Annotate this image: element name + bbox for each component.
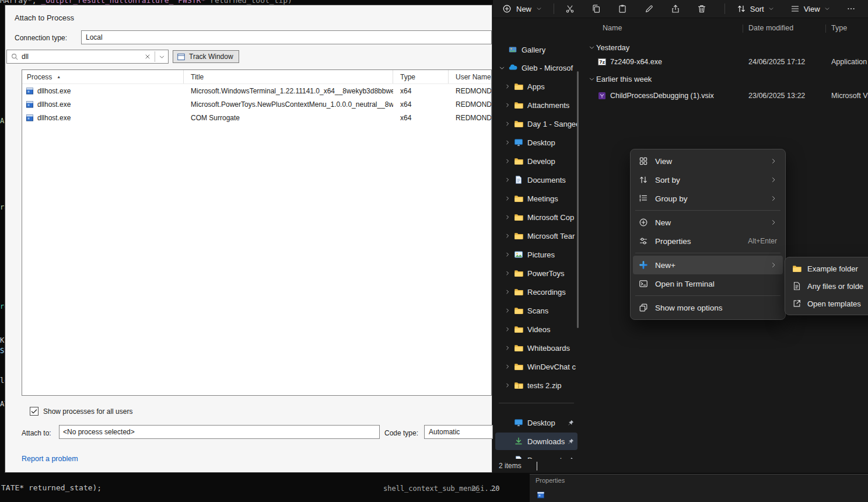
submenu-item-any-files-or-folders[interactable]: Any files or folde xyxy=(788,277,868,295)
sidebar-item-pictures[interactable]: Pictures xyxy=(495,246,578,263)
chevron-right-icon[interactable] xyxy=(501,158,514,164)
plus-circle-icon xyxy=(639,218,648,227)
sidebar-item-day-1-sangee[interactable]: Day 1 - Sangee xyxy=(495,115,578,133)
sidebar-item-scans[interactable]: Scans xyxy=(495,302,578,319)
context-menu-item-open-in-terminal[interactable]: Open in Terminal xyxy=(633,274,783,293)
sidebar-item-tests-2-zip[interactable]: tests 2.zip xyxy=(495,376,578,394)
column-header-name[interactable]: Name xyxy=(603,24,622,32)
process-row[interactable]: dllhost.exe COM Surrogate x64 REDMOND xyxy=(22,111,491,124)
attach-to-field[interactable] xyxy=(59,425,380,439)
sidebar-item-microsoft-cop[interactable]: Microsoft Cop xyxy=(495,208,578,226)
cut-button[interactable] xyxy=(560,1,579,16)
sidebar-item-gallery[interactable]: Gallery xyxy=(495,41,578,58)
scissors-icon xyxy=(565,4,575,13)
sidebar-item-label: WinDevChat c xyxy=(527,362,576,371)
copy-button[interactable] xyxy=(586,1,606,16)
chevron-down-icon[interactable] xyxy=(587,76,596,82)
chevron-right-icon[interactable] xyxy=(501,140,514,145)
column-header-process[interactable]: Process▲ xyxy=(22,70,184,83)
chevron-down-icon[interactable] xyxy=(587,44,596,51)
sidebar-item-microsoft-tear[interactable]: Microsoft Tear xyxy=(495,227,578,245)
column-header-user-name[interactable]: User Name xyxy=(449,70,491,83)
paste-button[interactable] xyxy=(613,1,632,16)
chevron-right-icon[interactable] xyxy=(501,177,514,183)
sidebar-pinned-desktop[interactable]: Desktop xyxy=(495,414,578,431)
filter-dropdown-button[interactable] xyxy=(155,50,168,63)
sort-button[interactable]: Sort xyxy=(731,1,780,16)
context-menu-item-new[interactable]: New xyxy=(633,213,783,232)
chevron-right-icon[interactable] xyxy=(501,233,514,239)
submenu-item-example-folder[interactable]: Example folder xyxy=(788,260,868,277)
chevron-right-icon[interactable] xyxy=(501,102,514,108)
group-header-earlier-this-week[interactable]: Earlier this week xyxy=(582,72,868,85)
context-menu-item-group-by[interactable]: Group by xyxy=(633,189,783,208)
sidebar-item-videos[interactable]: Videos xyxy=(495,320,578,338)
connection-type-select[interactable]: Local xyxy=(81,30,492,44)
sidebar-item-label: Attachments xyxy=(527,101,569,110)
sidebar-item-recordings[interactable]: Recordings xyxy=(495,283,578,301)
sidebar-item-meetings[interactable]: Meetings xyxy=(495,190,578,207)
overlapping-windows-icon xyxy=(639,303,648,312)
sidebar-item-develop[interactable]: Develop xyxy=(495,152,578,170)
context-menu-item-new-plus[interactable]: New+ xyxy=(633,256,783,274)
show-all-users-checkbox[interactable] xyxy=(30,407,38,416)
sidebar-item-windevchat[interactable]: WinDevChat c xyxy=(495,358,578,375)
process-filter-input[interactable] xyxy=(22,53,141,61)
connection-type-label: Connection type: xyxy=(15,34,67,42)
column-header-type[interactable]: Type xyxy=(831,24,847,32)
sort-button-label: Sort xyxy=(750,5,764,13)
file-row-childprocessdebugging[interactable]: ChildProcessDebugging (1).vsix 23/06/202… xyxy=(584,88,868,104)
clear-filter-button[interactable] xyxy=(141,50,155,63)
menu-divider xyxy=(635,210,780,211)
sidebar-scrollbar[interactable] xyxy=(577,71,579,328)
menu-item-label: Open in Terminal xyxy=(655,280,715,288)
column-header-type[interactable]: Type xyxy=(393,70,449,83)
chevron-right-icon[interactable] xyxy=(501,214,514,220)
group-header-yesterday[interactable]: Yesterday xyxy=(582,41,868,54)
chevron-right-icon[interactable] xyxy=(501,364,514,369)
chevron-right-icon[interactable] xyxy=(501,289,514,295)
code-type-select[interactable]: Automatic xyxy=(424,425,493,439)
column-header-date-modified[interactable]: Date modified xyxy=(748,24,793,32)
new-button[interactable]: New xyxy=(496,1,548,16)
column-divider[interactable] xyxy=(743,25,743,33)
track-window-button[interactable]: Track Window xyxy=(173,50,239,63)
process-row[interactable]: dllhost.exe Microsoft.PowerToys.NewPlusC… xyxy=(22,97,491,111)
sidebar-item-desktop[interactable]: Desktop xyxy=(495,134,578,151)
sidebar-item-powertoys[interactable]: PowerToys xyxy=(495,264,578,282)
sidebar-item-onedrive[interactable]: Gleb - Microsof xyxy=(495,59,578,76)
see-more-button[interactable] xyxy=(842,1,861,16)
chevron-right-icon[interactable] xyxy=(501,252,514,257)
share-button[interactable] xyxy=(666,1,685,16)
chevron-right-icon[interactable] xyxy=(501,308,514,313)
context-menu-item-properties[interactable]: Properties Alt+Enter xyxy=(633,232,783,250)
chevron-right-icon[interactable] xyxy=(501,345,514,351)
process-row[interactable]: dllhost.exe Microsoft.WindowsTerminal_1.… xyxy=(22,84,491,97)
sidebar-item-apps[interactable]: Apps xyxy=(495,78,578,95)
chevron-right-icon[interactable] xyxy=(501,83,514,89)
chevron-right-icon[interactable] xyxy=(501,196,514,201)
chevron-right-icon[interactable] xyxy=(501,382,514,388)
sidebar-pinned-documents[interactable]: Documents xyxy=(495,451,578,459)
rename-button[interactable] xyxy=(639,1,659,16)
context-menu-item-sort-by[interactable]: Sort by xyxy=(633,170,783,189)
column-divider[interactable] xyxy=(825,25,826,33)
chevron-right-icon[interactable] xyxy=(501,270,514,276)
blue-plus-icon xyxy=(639,260,648,270)
delete-button[interactable] xyxy=(692,1,712,16)
report-a-problem-link[interactable]: Report a problem xyxy=(22,455,78,463)
file-row-7z2409[interactable]: 7z2409-x64.exe 24/06/2025 17:12 Applicat… xyxy=(584,54,868,70)
context-menu-item-view[interactable]: View xyxy=(633,152,783,170)
context-menu-item-show-more-options[interactable]: Show more options xyxy=(633,298,783,317)
chevron-right-icon[interactable] xyxy=(501,121,514,127)
sidebar-item-whiteboards[interactable]: Whiteboards xyxy=(495,339,578,357)
chevron-right-icon[interactable] xyxy=(501,326,514,332)
editor-column-number: 20 xyxy=(491,484,499,493)
column-header-title[interactable]: Title xyxy=(184,70,393,83)
view-button[interactable]: View xyxy=(785,1,836,16)
submenu-item-open-templates[interactable]: Open templates xyxy=(788,295,868,312)
sidebar-item-attachments[interactable]: Attachments xyxy=(495,96,578,114)
sidebar-pinned-downloads[interactable]: Downloads xyxy=(495,433,578,450)
sidebar-item-documents[interactable]: Documents xyxy=(495,171,578,189)
chevron-down-icon[interactable] xyxy=(495,65,508,71)
